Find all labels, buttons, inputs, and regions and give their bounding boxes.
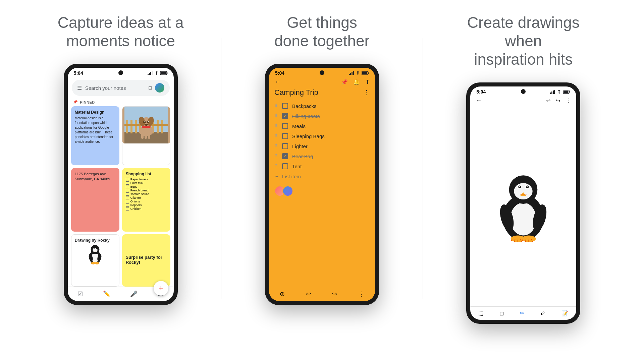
svg-rect-17 [157,120,159,133]
note-drawing-rocky[interactable]: Drawing by Rocky [71,234,119,287]
note-dog-photo[interactable] [122,106,170,165]
svg-rect-6 [167,72,167,74]
svg-rect-60 [570,91,570,93]
checkbox-sleeping[interactable] [282,133,288,139]
user-avatar[interactable] [155,83,164,93]
svg-point-26 [144,121,145,122]
pin-button-2[interactable]: 📌 [341,79,348,85]
checklist-item-meals[interactable]: ⠿ Meals [274,121,370,131]
collaborator-avatar-2[interactable] [282,186,293,196]
status-bar-1: 5:04 [68,68,174,77]
note-title-material: Material Design [75,110,116,115]
checklist-item-backpacks[interactable]: ⠿ Backpacks [274,101,370,111]
checklist-item-hiking[interactable]: ⠿ Hiking boots [274,111,370,121]
svg-rect-32 [148,134,150,139]
svg-rect-7 [161,72,166,74]
svg-rect-3 [152,71,153,75]
status-icons-3 [550,90,570,94]
note-title-shopping: Shopping list [126,172,167,176]
checkbox-tent[interactable] [282,163,288,169]
note-body-material: Material design is a foundation upon whi… [75,116,116,144]
undo-icon-3[interactable]: ↩ [546,98,550,104]
svg-point-58 [559,93,559,94]
highlighter-tool-icon[interactable]: 📝 [561,310,568,316]
note-title-surprise: Surprise party for Rocky! [126,255,167,265]
new-note-icon[interactable]: ⊕ [280,290,285,298]
checkbox-hiking[interactable] [282,113,288,119]
status-icons-1 [148,71,168,75]
drag-handle: ⠿ [274,144,277,148]
checklist-item-sleeping[interactable]: ⠿ Sleeping Bags [274,131,370,141]
checklist-item-tent[interactable]: ⠿ Tent [274,161,370,171]
pen-icon[interactable]: ✏️ [103,290,110,298]
pen-tool-icon[interactable]: ✏ [520,310,524,316]
add-icon: ＋ [274,173,279,180]
pinned-label: 📌 PINNED [68,99,174,106]
eraser-tool-icon[interactable]: ◻ [499,310,504,316]
drag-handle: ⠿ [274,104,277,108]
back-button-2[interactable]: ← [274,78,280,85]
checkbox-backpacks[interactable] [282,103,288,109]
more-icon-2[interactable]: ⋮ [358,290,364,298]
mini-penguin-svg [86,244,104,266]
note-body-address: 1175 Borregas Ave Sunnyvale, CA 94089 [75,172,116,182]
redo-icon-2[interactable]: ↪ [332,290,337,298]
svg-rect-11 [130,120,132,133]
mic-icon[interactable]: 🎤 [130,290,138,298]
wifi-icon-2 [356,71,360,75]
svg-rect-56 [553,90,554,94]
grid-view-icon[interactable]: ⊟ [148,85,152,90]
fab-add-button[interactable]: + [154,281,168,296]
check-icon[interactable]: ☑ [77,290,83,298]
redo-icon-3[interactable]: ↪ [556,98,560,104]
menu-icon[interactable]: ☰ [77,85,82,91]
note-material-design[interactable]: Material Design Material design is a fou… [71,106,119,165]
note-surprise[interactable]: Surprise party for Rocky! [122,234,170,287]
more-options-icon-3[interactable]: ⋮ [566,98,571,104]
drawing-canvas[interactable] [470,107,576,306]
phone-2: 5:04 [265,64,379,305]
svg-rect-55 [551,92,552,94]
battery-icon-2 [362,71,369,75]
svg-rect-46 [349,74,350,75]
svg-point-44 [91,262,96,264]
selection-tool-icon[interactable]: ⬚ [478,310,483,316]
archive-icon[interactable]: ⬆ [365,79,370,85]
dog-image [122,107,170,143]
section-collaborate: Get things done together 5:04 [221,13,422,305]
phone-1: 5:04 [64,64,178,305]
checklist-item-lighter[interactable]: ⠿ Lighter [274,141,370,151]
note-address[interactable]: 1175 Borregas Ave Sunnyvale, CA 94089 [71,168,119,232]
note-shopping[interactable]: Shopping list Paper towels Skim milk Egg… [122,168,170,232]
svg-point-71 [519,186,520,187]
back-button-3[interactable]: ← [476,97,482,104]
status-icons-2 [349,71,369,75]
svg-rect-12 [135,120,137,133]
note-topbar-2: ← 📌 🔔 ⬆ [269,77,375,88]
svg-point-4 [156,74,157,75]
svg-rect-1 [149,73,150,75]
undo-icon-2[interactable]: ↩ [306,290,311,298]
section-title-capture: Capture ideas at a moments notice [58,13,184,50]
reminder-icon[interactable]: 🔔 [353,79,360,85]
status-bar-3: 5:04 [470,86,576,96]
bottom-toolbar-2: ⊕ ↩ ↪ ⋮ [269,287,375,301]
section-title-collaborate: Get things done together [274,13,370,50]
more-options-icon[interactable]: ⋮ [364,89,370,96]
checklist-item-bearbag[interactable]: ⠿ Bear Bag [274,151,370,161]
svg-rect-18 [161,120,163,133]
svg-rect-31 [145,134,147,139]
checkbox-bearbag[interactable] [282,153,288,159]
checkbox-lighter[interactable] [282,143,288,149]
shopping-items: Paper towels Skim milk Eggs French bread… [126,178,167,210]
svg-point-45 [95,262,99,264]
svg-rect-30 [141,134,144,139]
marker-tool-icon[interactable]: 🖊 [540,310,546,316]
add-item-button[interactable]: ＋ List item [274,171,370,182]
svg-rect-2 [150,72,151,75]
search-bar[interactable]: ☰ Search your notes ⊟ [72,80,170,96]
checkbox-meals[interactable] [282,123,288,129]
search-placeholder: Search your notes [85,85,145,91]
svg-point-28 [145,124,148,126]
battery-icon-3 [563,90,570,94]
